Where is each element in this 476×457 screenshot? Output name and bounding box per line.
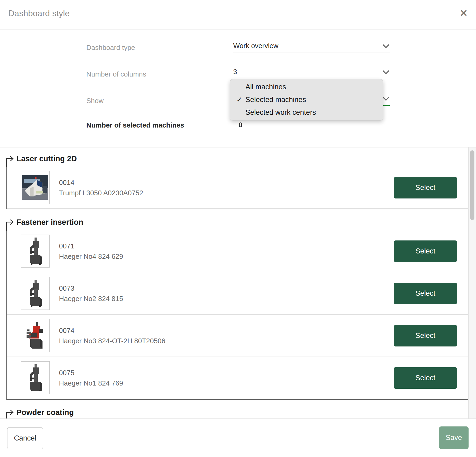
dialog-header: Dashboard style ✕ [0, 0, 476, 29]
select-button[interactable]: Select [394, 283, 457, 304]
machine-thumbnail [21, 235, 50, 268]
machine-code: 0071 [59, 242, 394, 250]
machine-row: 0071 Haeger No4 824 629 Select [7, 230, 468, 272]
section-title: Fastener insertion [16, 218, 83, 227]
dashboard-type-label: Dashboard type [86, 44, 135, 52]
dialog-footer: Cancel Save [0, 419, 476, 457]
machine-code: 0075 [59, 369, 394, 377]
section-header[interactable]: Laser cutting 2D [0, 153, 468, 167]
trumpf-machine-image [22, 175, 48, 200]
machine-sections: Laser cutting 2D 0014 Trumpf L3050 A0230… [0, 147, 468, 419]
save-button[interactable]: Save [439, 426, 469, 449]
dashboard-type-value: Work overview [233, 42, 390, 49]
machine-code: 0073 [59, 284, 394, 292]
machine-name: Haeger No4 824 629 [59, 252, 394, 260]
machine-code: 0014 [59, 179, 394, 187]
chevron-down-icon [383, 97, 389, 101]
machine-thumbnail [21, 277, 50, 310]
selected-machines-count-label: Number of selected machines [86, 121, 184, 129]
dashboard-type-select[interactable]: Work overview [233, 42, 390, 53]
machine-thumbnail [21, 171, 50, 204]
section-header[interactable]: Fastener insertion [0, 216, 468, 230]
machine-section: Powder coating [0, 407, 468, 419]
section-title: Powder coating [16, 408, 74, 417]
select-button[interactable]: Select [394, 240, 457, 262]
machine-thumbnail [21, 361, 50, 394]
number-of-columns-select[interactable]: 3 [233, 68, 390, 79]
select-button[interactable]: Select [394, 325, 457, 346]
chevron-down-icon [383, 70, 389, 74]
machine-row: 0075 Haeger No1 824 769 Select [7, 357, 468, 399]
machine-section: Fastener insertion 0071 Haeger No4 824 6… [0, 216, 468, 400]
close-icon[interactable]: ✕ [457, 7, 470, 20]
haeger-machine-image [23, 279, 47, 307]
machine-name: Haeger No1 824 769 [59, 379, 394, 387]
menu-item-selected-machines[interactable]: ✓ Selected machines [230, 93, 383, 106]
machine-name: Trumpf L3050 A0230A0752 [59, 189, 394, 197]
machine-thumbnail [21, 319, 50, 352]
show-dropdown-menu: All machines ✓ Selected machines Selecte… [230, 79, 383, 121]
section-box: 0014 Trumpf L3050 A0230A0752 Select [6, 167, 468, 209]
section-box: 0071 Haeger No4 824 629 Select 0073 Haeg… [6, 230, 468, 400]
machine-name: Haeger No2 824 815 [59, 295, 394, 303]
checkmark-icon: ✓ [236, 93, 243, 106]
select-button[interactable]: Select [394, 367, 457, 389]
machine-name: Haeger No3 824-OT-2H 80T20506 [59, 337, 394, 345]
machine-row: 0014 Trumpf L3050 A0230A0752 Select [7, 167, 468, 209]
machine-row: 0073 Haeger No2 824 815 Select [7, 272, 468, 314]
haeger-machine-image [23, 237, 47, 265]
selected-machines-count-value: 0 [239, 121, 242, 129]
cancel-button[interactable]: Cancel [7, 427, 43, 449]
number-of-columns-label: Number of columns [86, 70, 146, 78]
expand-arrow-icon [5, 218, 15, 231]
machine-code: 0074 [59, 327, 394, 335]
page-title: Dashboard style [8, 9, 70, 18]
expand-arrow-icon [5, 155, 15, 167]
section-title: Laser cutting 2D [16, 154, 77, 163]
machine-list: Laser cutting 2D 0014 Trumpf L3050 A0230… [0, 147, 476, 419]
menu-item-selected-work-centers[interactable]: Selected work centers [230, 106, 383, 119]
scrollbar-track[interactable] [468, 147, 476, 418]
chevron-down-icon [383, 44, 389, 48]
haeger-machine-image [23, 364, 47, 392]
section-header[interactable]: Powder coating [0, 407, 468, 419]
scrollbar-thumb[interactable] [470, 150, 474, 220]
number-of-columns-value: 3 [233, 68, 390, 75]
machine-section: Laser cutting 2D 0014 Trumpf L3050 A0230… [0, 153, 468, 209]
select-button[interactable]: Select [394, 177, 457, 198]
machine-row: 0074 Haeger No3 824-OT-2H 80T20506 Selec… [7, 314, 468, 357]
show-label: Show [86, 97, 104, 105]
menu-item-all-machines[interactable]: All machines [230, 81, 383, 93]
haeger-red-machine-image [23, 321, 47, 350]
expand-arrow-icon [5, 409, 15, 419]
